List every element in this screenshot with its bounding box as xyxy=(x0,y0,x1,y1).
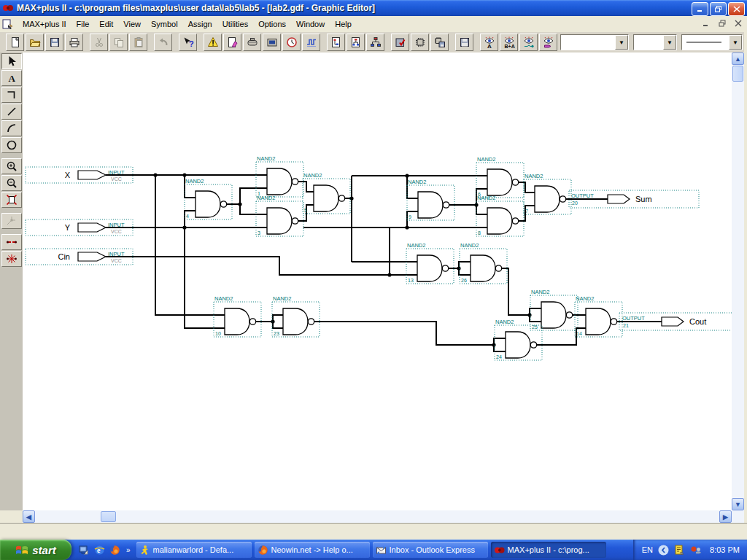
wire[interactable] xyxy=(502,268,530,315)
show-symbols-button[interactable] xyxy=(519,34,538,51)
start-button[interactable]: start xyxy=(0,540,71,560)
tray-update-icon[interactable] xyxy=(690,545,702,555)
editor-canvas[interactable]: XINPUTVCCYINPUTVCCCinINPUTVCCNAND24NAND2… xyxy=(23,52,732,510)
scroll-left-button[interactable]: ◀ xyxy=(23,510,35,523)
mdi-minimize-button[interactable] xyxy=(700,18,712,28)
programmer-button[interactable] xyxy=(302,34,320,51)
menu-item-edit[interactable]: Edit xyxy=(94,18,118,31)
quick-launch-show-desktop[interactable] xyxy=(79,545,90,556)
text-tool[interactable]: A xyxy=(1,70,22,86)
menu-item-max-plus-ii[interactable]: MAX+plus II xyxy=(18,18,71,31)
wire[interactable] xyxy=(494,345,506,351)
show-all-text-button[interactable]: A xyxy=(480,34,498,51)
menu-item-help[interactable]: Help xyxy=(330,18,357,31)
chevron-down-icon[interactable]: ▼ xyxy=(663,35,676,50)
nand2-gate-9[interactable]: NAND29 xyxy=(407,179,454,220)
nand2-gate-3[interactable]: NAND23 xyxy=(256,195,303,236)
quick-launch-internet-explorer[interactable]: e xyxy=(94,545,105,556)
wire[interactable] xyxy=(530,308,541,315)
menu-item-file[interactable]: File xyxy=(71,18,95,31)
wire[interactable] xyxy=(519,182,535,192)
vertical-scroll-thumb[interactable] xyxy=(732,66,743,82)
save-button[interactable] xyxy=(45,34,63,51)
timing-analyzer-button[interactable] xyxy=(282,34,301,51)
wire[interactable] xyxy=(298,182,314,192)
nand2-gate-4[interactable]: NAND24 xyxy=(185,178,232,219)
rubberband-on-tool[interactable] xyxy=(1,234,22,250)
mdi-restore-button[interactable] xyxy=(716,18,728,28)
simulator-button[interactable] xyxy=(263,34,281,51)
project-archive-button[interactable] xyxy=(455,34,473,51)
mdi-close-button[interactable] xyxy=(732,18,744,28)
context-help-button[interactable]: ? xyxy=(179,34,197,51)
new-button[interactable] xyxy=(6,34,24,51)
menu-item-options[interactable]: Options xyxy=(253,18,291,31)
wire[interactable] xyxy=(459,262,471,268)
wire[interactable] xyxy=(106,257,417,275)
orthogonal-line-tool[interactable] xyxy=(1,87,22,103)
rubberband-off-tool[interactable] xyxy=(1,251,22,267)
scroll-up-button[interactable]: ▲ xyxy=(732,52,744,65)
taskbar-task-2[interactable]: Neowin.net -> Help o... xyxy=(255,542,370,558)
wire[interactable] xyxy=(530,315,541,322)
nand2-gate-7[interactable]: NAND27 xyxy=(524,173,571,214)
nand2-gate-23[interactable]: NAND223 xyxy=(272,295,320,337)
save-simulate-button[interactable] xyxy=(430,34,449,51)
zoom-out-tool[interactable] xyxy=(1,175,22,191)
nand2-gate-1[interactable]: NAND21 xyxy=(256,155,303,197)
chevron-down-icon[interactable]: ▼ xyxy=(729,35,742,50)
menu-item-utilities[interactable]: Utilities xyxy=(217,18,253,31)
taskbar-task-3[interactable]: Inbox - Outlook Express xyxy=(373,542,488,558)
diagonal-line-tool[interactable] xyxy=(1,104,22,120)
save-compile-button[interactable] xyxy=(411,34,429,51)
zoom-in-tool[interactable] xyxy=(1,158,22,174)
nand2-gate-25[interactable]: NAND225 xyxy=(530,289,578,330)
scroll-right-button[interactable]: ▶ xyxy=(719,510,732,523)
minimize-button[interactable] xyxy=(692,2,708,16)
line-style-select[interactable]: ▼ xyxy=(681,34,743,50)
horizontal-scrollbar[interactable]: ◀ ▶ xyxy=(23,510,732,523)
nand2-gate-6[interactable]: NAND26 xyxy=(476,156,524,198)
vertical-scrollbar[interactable]: ▲ ▼ xyxy=(732,52,744,510)
print-button[interactable] xyxy=(65,34,83,51)
quick-launch-firefox[interactable] xyxy=(109,545,120,556)
chevron-down-icon[interactable]: ▼ xyxy=(615,35,628,50)
compiler-button[interactable] xyxy=(243,34,261,51)
horizontal-scroll-thumb[interactable] xyxy=(101,511,116,522)
font-select[interactable]: ▼ xyxy=(560,34,629,50)
menu-item-view[interactable]: View xyxy=(118,18,146,31)
hierarchy-display-button[interactable] xyxy=(347,34,365,51)
wire[interactable] xyxy=(476,205,487,214)
fit-in-window-tool[interactable] xyxy=(1,192,22,208)
arc-tool[interactable] xyxy=(1,120,22,136)
restore-button[interactable] xyxy=(710,2,727,16)
wire[interactable] xyxy=(240,204,267,214)
menu-item-window[interactable]: Window xyxy=(291,18,330,31)
open-button[interactable] xyxy=(26,34,44,51)
nand2-gate-10[interactable]: NAND210 xyxy=(214,295,261,337)
open-top-hierarchy-button[interactable] xyxy=(327,34,345,51)
tray-notes-icon[interactable] xyxy=(674,545,685,556)
tray-chevron-icon[interactable] xyxy=(658,545,669,556)
project-hierarchy-button[interactable] xyxy=(366,34,384,51)
show-pins-button[interactable] xyxy=(539,34,557,51)
menu-item-assign[interactable]: Assign xyxy=(183,18,217,31)
scroll-down-button[interactable]: ▼ xyxy=(732,498,744,510)
wire[interactable] xyxy=(314,322,494,345)
taskbar-task-1[interactable]: malianwarlord - Defa... xyxy=(136,542,252,558)
wire[interactable] xyxy=(494,338,506,345)
taskbar-task-4[interactable]: MAX+plus II - c:\prog... xyxy=(491,542,606,558)
selection-tool[interactable] xyxy=(1,53,22,69)
floorplan-editor-button[interactable] xyxy=(223,34,241,51)
nand2-gate-13[interactable]: NAND213 xyxy=(406,242,454,284)
menu-item-symbol[interactable]: Symbol xyxy=(146,18,183,31)
nand2-gate-5[interactable]: NAND25 xyxy=(303,172,350,214)
nand2-gate-26[interactable]: NAND226 xyxy=(460,242,507,284)
project-set-button[interactable] xyxy=(391,34,409,51)
show-names-button[interactable]: B+A xyxy=(500,34,518,51)
font-size-select[interactable]: ▼ xyxy=(633,34,677,50)
language-indicator[interactable]: EN xyxy=(642,545,653,554)
nand2-gate-14[interactable]: NAND214 xyxy=(575,295,622,337)
circle-tool[interactable] xyxy=(1,137,22,153)
message-processor-button[interactable] xyxy=(204,34,222,51)
